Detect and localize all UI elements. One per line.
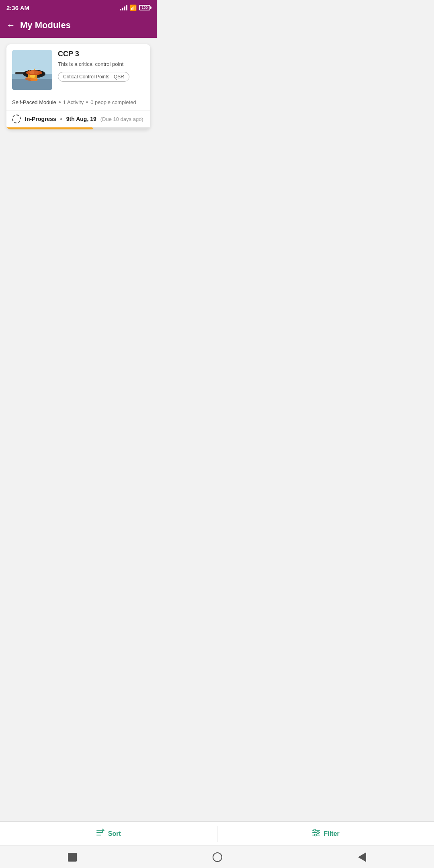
card-meta: Self-Paced Module 1 Activity 0 people co… (6, 95, 150, 110)
completed-count: 0 people completed (90, 99, 136, 105)
battery-icon: 100 (139, 5, 150, 10)
status-time: 2:36 AM (6, 4, 29, 11)
progress-bar-container (6, 127, 150, 129)
module-image (12, 50, 52, 90)
module-info: CCP 3 This is a critical control point C… (58, 50, 145, 82)
wifi-icon: 📶 (130, 4, 137, 11)
back-button[interactable]: ← (6, 21, 15, 30)
main-content: CCP 3 This is a critical control point C… (0, 38, 157, 142)
page-title: My Modules (20, 20, 71, 31)
header: ← My Modules (0, 14, 157, 38)
meta-dot-2 (86, 101, 88, 103)
progress-bar-fill (6, 127, 93, 129)
card-header-row: CCP 3 This is a critical control point C… (12, 50, 145, 90)
meta-dot-1 (59, 101, 61, 103)
in-progress-icon (12, 115, 21, 123)
card-status: In-Progress 9th Aug, 19 (Due 10 days ago… (6, 110, 150, 123)
module-description: This is a critical control point (58, 61, 145, 68)
status-bar: 2:36 AM 📶 100 (0, 0, 157, 14)
status-due: (Due 10 days ago) (100, 116, 143, 122)
svg-point-10 (34, 71, 39, 74)
signal-icon (120, 5, 127, 10)
module-type: Self-Paced Module (12, 99, 56, 105)
status-date: 9th Aug, 19 (66, 116, 96, 122)
status-dot (60, 118, 62, 120)
status-icons: 📶 100 (120, 4, 150, 11)
module-card[interactable]: CCP 3 This is a critical control point C… (6, 44, 150, 129)
card-top: CCP 3 This is a critical control point C… (6, 44, 150, 95)
module-tag: Critical Control Points - QSR (58, 72, 129, 82)
activity-count: 1 Activity (63, 99, 84, 105)
status-label: In-Progress (25, 116, 56, 122)
module-title: CCP 3 (58, 50, 145, 58)
